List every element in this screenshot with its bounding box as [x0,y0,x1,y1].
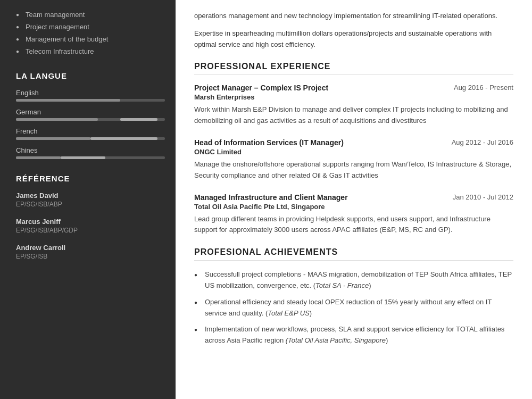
skills-section: Team managementProject managementManagem… [16,11,165,55]
language-item: French [16,127,165,140]
reference-item: James DavidEP/SG/ISB/ABP [16,192,165,208]
language-bar-accent [61,156,105,159]
job-company: Marsh Enterprises [194,93,513,101]
language-name: English [16,89,165,97]
language-item: English [16,89,165,102]
reference-section-title: RÉFÉRENCE [16,174,165,183]
languages-section: EnglishGermanFrenchChines [16,89,165,159]
reference-code: EP/SG/ISB/ABP [16,201,165,208]
skills-list: Team managementProject managementManagem… [16,11,165,55]
language-bar-fill [16,156,61,159]
job-title: Head of Information Services (IT Manager… [194,138,344,147]
job-header: Project Manager – Complex IS ProjectAug … [194,84,513,92]
job-description: Lead group different teams in providing … [194,214,513,236]
sidebar: Team managementProject managementManagem… [0,0,176,399]
reference-item: Marcus JeniffEP/SG/ISB/ABP/GDP [16,218,165,234]
professional-experience-title: PROFESSIONAL EXPERIENCE [194,62,513,75]
language-name: French [16,127,165,135]
reference-name: Marcus Jeniff [16,218,165,226]
language-bar-accent [90,137,157,140]
job-dates: Aug 2016 - Present [454,84,513,92]
skill-item: Team management [16,11,165,19]
language-name: Chines [16,146,165,154]
language-bar-fill [16,137,90,140]
language-item: German [16,108,165,121]
job-dates: Jan 2010 - Jul 2012 [453,193,513,201]
job-company: Total Oil Asia Pacific Pte Ltd, Singapor… [194,203,513,211]
job-title: Managed Infrastructure and Client Manage… [194,193,348,202]
job-title: Project Manager – Complex IS Project [194,84,328,92]
achievements-list: Successfull project completions - MAAS m… [194,269,513,346]
skill-item: Project management [16,23,165,31]
reference-code: EP/SG/ISB [16,253,165,260]
language-bar-fill [16,118,98,121]
achievement-item: Implementation of new workflows, process… [194,324,513,346]
skill-item: Management of the budget [16,35,165,43]
job-dates: Aug 2012 - Jul 2016 [452,138,513,146]
job-entry: Managed Infrastructure and Client Manage… [194,193,513,236]
language-name: German [16,108,165,116]
job-entry: Project Manager – Complex IS ProjectAug … [194,84,513,127]
job-description: Work within Marsh E&P Division to manage… [194,104,513,127]
achievement-item: Successfull project completions - MAAS m… [194,269,513,292]
language-section-title: LA LANGUE [16,71,165,80]
language-bar-track [16,137,165,140]
language-item: Chines [16,146,165,159]
reference-item: Andrew CarrollEP/SG/ISB [16,244,165,260]
jobs-section: Project Manager – Complex IS ProjectAug … [194,84,513,236]
job-header: Head of Information Services (IT Manager… [194,138,513,147]
job-description: Manage the onshore/offshore operational … [194,159,513,181]
reference-code: EP/SG/ISB/ABP/GDP [16,227,165,234]
language-bar-track [16,156,165,159]
language-bar-track [16,99,165,102]
job-entry: Head of Information Services (IT Manager… [194,138,513,181]
intro-paragraph: operations management and new technology… [194,11,513,22]
skill-item: Telecom Infrastructure [16,47,165,55]
achievements-title: PROFESIONAL ACHIEVEMENTS [194,247,513,261]
language-bar-track [16,118,165,121]
intro-section: operations management and new technology… [194,11,513,50]
job-header: Managed Infrastructure and Client Manage… [194,193,513,202]
reference-name: Andrew Carroll [16,244,165,252]
language-bar-accent [120,118,157,121]
intro-paragraph: Expertise in spearheading multimillion d… [194,28,513,51]
achievement-item: Operational efficiency and steady local … [194,297,513,319]
job-company: ONGC Limited [194,148,513,156]
language-bar-fill [16,99,120,102]
reference-name: James David [16,192,165,200]
references-section: James DavidEP/SG/ISB/ABPMarcus JeniffEP/… [16,192,165,260]
main-content: operations management and new technology… [176,0,532,399]
